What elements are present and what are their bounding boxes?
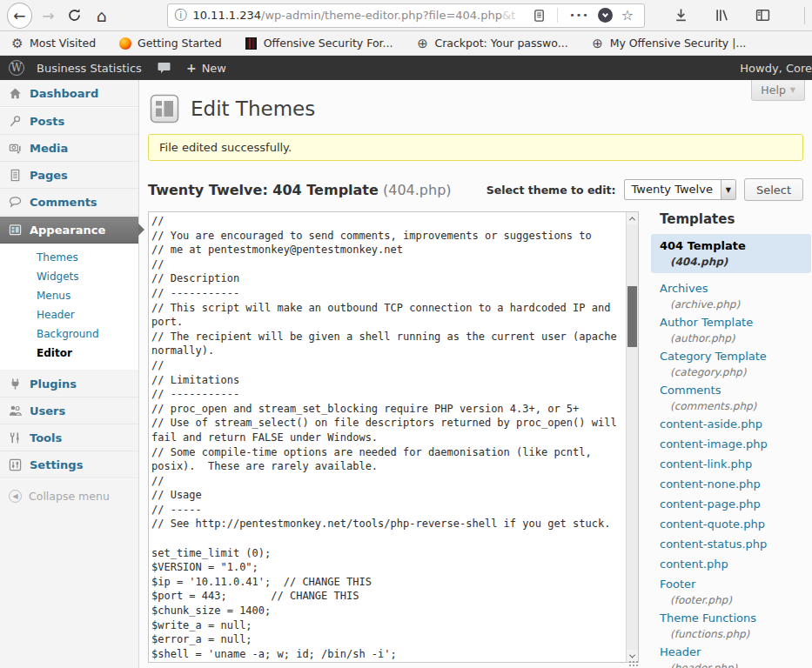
template-item[interactable]: Theme Functions (functions.php) [651, 610, 811, 641]
scroll-up-button[interactable] [627, 212, 638, 224]
sidebar-item-tools[interactable]: Tools [0, 424, 138, 451]
url-path: /wp-admin/theme-editor.php?file=404.php [261, 9, 502, 22]
house-icon [8, 86, 22, 100]
code-textarea[interactable]: // // You are encouraged to send comment… [149, 212, 626, 662]
reader-mode-icon[interactable] [533, 9, 546, 23]
sidebar-item-label: Posts [30, 115, 64, 128]
url-bar[interactable]: ⓘ 10.11.1.234/wp-admin/theme-editor.php?… [167, 3, 645, 28]
template-item[interactable]: Archives (archive.php) [651, 280, 811, 311]
template-item[interactable]: content.php [651, 556, 811, 573]
template-filename: (category.php) [660, 365, 802, 379]
resize-grip[interactable] [628, 660, 639, 668]
adminbar-new-button[interactable]: + New [186, 61, 226, 75]
file-heading: Twenty Twelve: 404 Template (404.php) [148, 182, 452, 198]
sidebar-item-settings[interactable]: Settings [0, 451, 138, 478]
file-heading-title: Twenty Twelve: 404 Template [148, 182, 379, 198]
sidebar-item-label: Tools [30, 431, 62, 444]
sidebar-item-pages[interactable]: Pages [0, 162, 138, 189]
pocket-icon[interactable] [598, 8, 613, 23]
bookmarks-toolbar: ⚙ Most Visited Getting Started Offensive… [0, 31, 812, 56]
sidebar-item-label: Pages [30, 169, 68, 182]
template-item[interactable]: content-quote.php [651, 516, 811, 533]
bookmark-star-icon[interactable]: ☆ [621, 7, 634, 23]
template-name: Author Template [660, 314, 802, 331]
sidebar-item-media[interactable]: Media [0, 135, 138, 162]
sidebar-item-comments[interactable]: Comments [0, 189, 138, 216]
template-item[interactable]: content-aside.php [651, 416, 811, 433]
template-item[interactable]: 404 Template (404.php) [651, 234, 811, 273]
bookmark-offensive-security[interactable]: Offensive Security For... [245, 37, 393, 50]
sidebar-item-plugins[interactable]: Plugins [0, 371, 138, 397]
bookmark-crackpot[interactable]: ⊕ Crackpot: Your passwo... [415, 37, 567, 50]
sidebar-item-dashboard[interactable]: Dashboard [0, 80, 138, 107]
file-heading-filename: (404.php) [383, 182, 452, 198]
gear-icon: ⚙ [10, 37, 24, 50]
bookmark-most-visited[interactable]: ⚙ Most Visited [10, 37, 96, 50]
submenu-item-header[interactable]: Header [0, 305, 138, 324]
bookmark-my-offensive-security[interactable]: ⊕ My Offensive Security |... [591, 37, 747, 50]
template-name: content-link.php [660, 456, 802, 473]
template-filename: (comments.php) [660, 399, 802, 413]
template-item[interactable]: content-image.php [651, 436, 811, 453]
forward-button[interactable]: → [41, 7, 56, 24]
sidebar-item-posts[interactable]: Posts [0, 108, 138, 135]
sidebar-item-label: Comments [30, 196, 97, 209]
tools-icon [8, 431, 22, 444]
firefox-icon [118, 37, 132, 50]
back-button[interactable]: ← [7, 3, 32, 29]
page-actions-icon[interactable]: ••• [569, 10, 588, 21]
template-item[interactable]: Footer (footer.php) [651, 576, 811, 607]
templates-heading: Templates [660, 211, 811, 227]
submenu-item-themes[interactable]: Themes [0, 248, 138, 267]
scrollbar-thumb[interactable] [627, 286, 637, 347]
sidebar-item-label: Plugins [30, 377, 77, 391]
theme-select[interactable]: Twenty Twelve ▼ [624, 179, 736, 200]
submenu-item-background[interactable]: Background [0, 324, 138, 344]
template-name: Archives [660, 280, 802, 297]
reload-icon [67, 8, 82, 23]
sidebar-item-users[interactable]: Users [0, 397, 138, 424]
library-icon[interactable] [715, 8, 729, 23]
template-item[interactable]: Author Template (author.php) [651, 314, 811, 345]
theme-select-value: Twenty Twelve [625, 180, 721, 199]
template-name: Header [660, 644, 802, 661]
reload-button[interactable] [67, 8, 82, 23]
bookmark-getting-started[interactable]: Getting Started [118, 37, 222, 50]
editor-scrollbar[interactable] [626, 212, 638, 662]
template-item[interactable]: content-page.php [651, 496, 811, 513]
template-filename: (404.php) [660, 255, 802, 269]
comments-bubble-icon[interactable] [158, 62, 171, 74]
sliders-icon [8, 458, 22, 471]
home-button[interactable]: ⌂ [93, 6, 110, 25]
submenu-item-menus[interactable]: Menus [0, 286, 138, 305]
downloads-icon[interactable] [674, 8, 688, 23]
help-tab[interactable]: Help ▼ [751, 80, 805, 101]
template-item[interactable]: content-status.php [651, 536, 811, 553]
site-info-icon[interactable]: ⓘ [174, 8, 186, 23]
template-filename: (header.php) [660, 661, 802, 668]
wp-admin-bar: W Business Statistics + New Howdy, Core [0, 56, 812, 80]
select-theme-button[interactable]: Select [744, 178, 803, 201]
bookmark-label: My Offensive Security |... [610, 37, 747, 50]
adminbar-howdy[interactable]: Howdy, Core [740, 62, 812, 75]
bookmark-label: Crackpot: Your passwo... [434, 37, 567, 50]
submenu-item-widgets[interactable]: Widgets [0, 267, 138, 286]
adminbar-site-name[interactable]: Business Statistics [37, 62, 142, 75]
sidebar-item-appearance[interactable]: Appearance [0, 217, 138, 244]
url-host: 10.11.1.234 [192, 9, 261, 22]
wordpress-logo-icon[interactable]: W [9, 60, 24, 76]
template-item[interactable]: Category Template (category.php) [651, 348, 811, 379]
templates-sidebar: Templates 404 Template (404.php) Archive… [651, 211, 811, 668]
globe-icon: ⊕ [591, 37, 605, 50]
submenu-item-editor[interactable]: Editor [0, 344, 138, 363]
template-item[interactable]: content-link.php [651, 456, 811, 473]
document-icon [8, 168, 22, 182]
template-item[interactable]: Header (header.php) [651, 644, 811, 668]
sidebar-toggle-icon[interactable] [755, 8, 770, 23]
sidebar-item-label: Appearance [30, 224, 105, 237]
sidebar-item-label: Settings [30, 458, 83, 471]
templates-list: 404 Template (404.php) Archives (archive… [651, 234, 811, 668]
template-item[interactable]: content-none.php [651, 476, 811, 493]
collapse-menu-button[interactable]: ◀ Collapse menu [0, 479, 138, 513]
template-item[interactable]: Comments (comments.php) [651, 382, 811, 413]
